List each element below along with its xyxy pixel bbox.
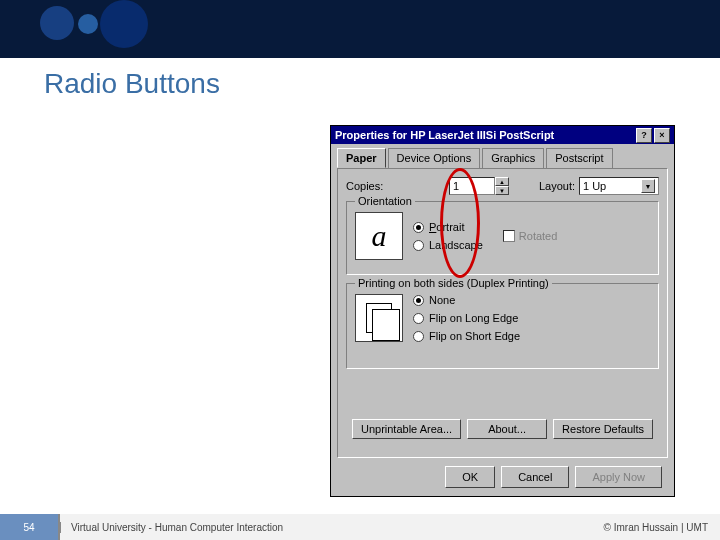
copies-input[interactable]: 1: [449, 177, 495, 195]
layout-label: Layout:: [539, 180, 575, 192]
page-number: 54: [0, 514, 60, 540]
tab-graphics[interactable]: Graphics: [482, 148, 544, 168]
tab-paper[interactable]: Paper: [337, 148, 386, 168]
tab-panel: Copies: 1 ▲▼ Layout: 1 Up▼ Orientation a…: [337, 168, 668, 458]
radio-flip-long[interactable]: Flip on Long Edge: [413, 312, 520, 324]
rotated-checkbox: Rotated: [503, 230, 558, 242]
close-button[interactable]: ×: [654, 128, 670, 143]
duplex-group: Printing on both sides (Duplex Printing)…: [346, 283, 659, 369]
cancel-button[interactable]: Cancel: [501, 466, 569, 488]
copies-spinner[interactable]: ▲▼: [495, 177, 509, 195]
slide-title: Radio Buttons: [44, 68, 220, 100]
chevron-down-icon: ▼: [641, 179, 655, 193]
restore-defaults-button[interactable]: Restore Defaults: [553, 419, 653, 439]
orientation-group: Orientation a Portrait Landscape Rotated: [346, 201, 659, 275]
header-band: [0, 0, 720, 58]
footer-center: Virtual University - Human Computer Inte…: [60, 522, 604, 533]
properties-dialog: Properties for HP LaserJet IIISi PostScr…: [330, 125, 675, 497]
radio-none[interactable]: None: [413, 294, 520, 306]
orientation-group-title: Orientation: [355, 195, 415, 207]
unprintable-area-button[interactable]: Unprintable Area...: [352, 419, 461, 439]
radio-portrait[interactable]: Portrait: [413, 221, 483, 233]
orientation-preview-icon: a: [355, 212, 403, 260]
slide-footer: 54 Virtual University - Human Computer I…: [0, 514, 720, 540]
dialog-titlebar[interactable]: Properties for HP LaserJet IIISi PostScr…: [331, 126, 674, 144]
copies-label: Copies:: [346, 180, 383, 192]
mid-button-row: Unprintable Area... About... Restore Def…: [346, 419, 659, 439]
tab-strip: Paper Device Options Graphics Postscript: [337, 148, 668, 168]
apply-button[interactable]: Apply Now: [575, 466, 662, 488]
dialog-title: Properties for HP LaserJet IIISi PostScr…: [335, 129, 634, 141]
dialog-buttons: OK Cancel Apply Now: [445, 466, 662, 488]
radio-flip-short[interactable]: Flip on Short Edge: [413, 330, 520, 342]
about-button[interactable]: About...: [467, 419, 547, 439]
tab-device-options[interactable]: Device Options: [388, 148, 481, 168]
ok-button[interactable]: OK: [445, 466, 495, 488]
footer-right: © Imran Hussain | UMT: [604, 522, 720, 533]
tab-postscript[interactable]: Postscript: [546, 148, 612, 168]
duplex-group-title: Printing on both sides (Duplex Printing): [355, 277, 552, 289]
layout-select[interactable]: 1 Up▼: [579, 177, 659, 195]
radio-landscape[interactable]: Landscape: [413, 239, 483, 251]
help-button[interactable]: ?: [636, 128, 652, 143]
duplex-preview-icon: [355, 294, 403, 342]
